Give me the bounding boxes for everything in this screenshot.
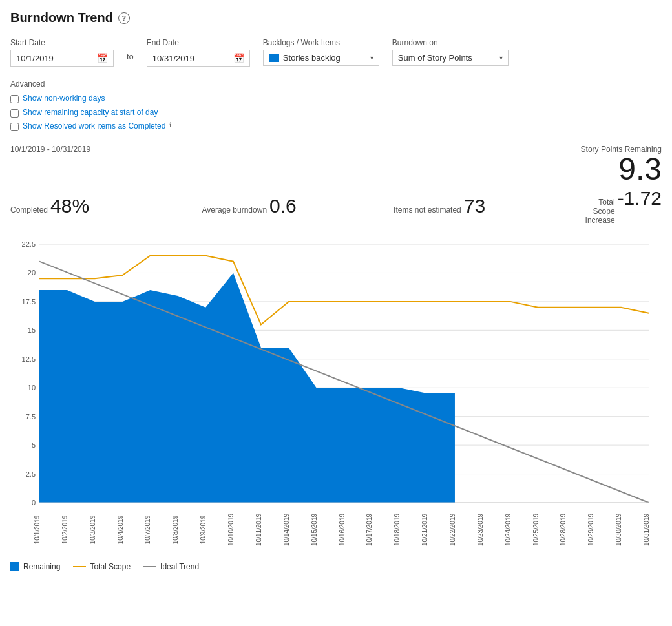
story-points-remaining-stat: Story Points Remaining 9.3 xyxy=(581,145,662,185)
resolved-items-info-icon[interactable]: ℹ xyxy=(169,121,172,129)
legend-total-scope-color xyxy=(73,566,86,567)
burndown-label: Burndown on xyxy=(392,38,509,47)
burndown-group: Burndown on Sum of Story Points ▾ xyxy=(392,38,509,66)
backlogs-label: Backlogs / Work Items xyxy=(263,38,379,47)
bottom-stats-row: Completed 48% Average burndown 0.6 Items… xyxy=(10,187,662,225)
total-scope-increase-label: Total Scope Increase xyxy=(585,198,615,225)
checkbox-remaining-capacity-input[interactable] xyxy=(10,109,19,118)
end-date-value: 10/31/2019 xyxy=(152,54,229,63)
advanced-label: Advanced xyxy=(10,79,172,89)
checkbox-resolved-items-input[interactable] xyxy=(10,123,19,131)
page-title-section: Burndown Trend ? xyxy=(10,10,662,25)
legend-remaining-label: Remaining xyxy=(23,562,60,571)
end-date-calendar-icon[interactable]: 📅 xyxy=(233,53,244,63)
checkbox-resolved-items: Show Resolved work items as Completed ℹ xyxy=(10,121,172,132)
legend-ideal-trend-label: Ideal Trend xyxy=(160,562,199,571)
legend-total-scope-label: Total Scope xyxy=(90,562,131,571)
start-date-group: Start Date 10/1/2019 📅 xyxy=(10,38,114,67)
items-not-estimated-stat: Items not estimated 73 xyxy=(394,195,585,217)
total-scope-increase-stat: Total Scope Increase -1.72 xyxy=(585,187,662,225)
completed-value: 48% xyxy=(50,195,89,217)
completed-label: Completed xyxy=(10,205,48,214)
backlogs-value: Stories backlog xyxy=(283,53,366,63)
completed-stat: Completed 48% xyxy=(10,195,202,217)
advanced-section: Advanced Show non-working days Show rema… xyxy=(10,79,172,132)
controls-row: Start Date 10/1/2019 📅 to End Date 10/31… xyxy=(10,38,662,132)
checkbox-non-working-days-label[interactable]: Show non-working days xyxy=(23,94,105,104)
burndown-value: Sum of Story Points xyxy=(398,53,496,63)
end-date-input[interactable]: 10/31/2019 📅 xyxy=(147,50,250,67)
burndown-dropdown[interactable]: Sum of Story Points ▾ xyxy=(392,50,509,66)
backlogs-icon xyxy=(269,54,279,62)
to-separator: to xyxy=(127,52,134,67)
start-date-calendar-icon[interactable]: 📅 xyxy=(97,53,108,63)
average-burndown-label: Average burndown xyxy=(202,205,268,214)
date-range-label: 10/1/2019 - 10/31/2019 xyxy=(10,145,90,154)
total-scope-increase-value: -1.72 xyxy=(618,187,662,209)
average-burndown-value: 0.6 xyxy=(269,195,297,217)
legend-ideal-trend: Ideal Trend xyxy=(143,562,199,571)
backlogs-group: Backlogs / Work Items Stories backlog ▾ xyxy=(263,38,379,66)
items-not-estimated-value: 73 xyxy=(464,195,485,217)
chart-legend: Remaining Total Scope Ideal Trend xyxy=(10,562,662,571)
page-title: Burndown Trend xyxy=(10,10,113,25)
backlogs-dropdown[interactable]: Stories backlog ▾ xyxy=(263,50,379,66)
checkbox-remaining-capacity: Show remaining capacity at start of day xyxy=(10,108,172,118)
end-date-label: End Date xyxy=(147,38,250,47)
checkbox-resolved-items-label[interactable]: Show Resolved work items as Completed xyxy=(23,121,165,132)
legend-ideal-trend-color xyxy=(143,566,156,567)
story-points-remaining-value: 9.3 xyxy=(581,154,662,185)
items-not-estimated-label: Items not estimated xyxy=(394,205,461,214)
checkbox-non-working-days-input[interactable] xyxy=(10,95,19,103)
start-date-input[interactable]: 10/1/2019 📅 xyxy=(10,50,114,67)
backlogs-chevron-icon: ▾ xyxy=(370,54,373,61)
legend-remaining-color xyxy=(10,562,19,571)
legend-remaining: Remaining xyxy=(10,562,60,571)
start-date-label: Start Date xyxy=(10,38,114,47)
end-date-group: End Date 10/31/2019 📅 xyxy=(147,38,250,67)
average-burndown-stat: Average burndown 0.6 xyxy=(202,195,394,217)
burndown-chart xyxy=(10,231,662,554)
checkbox-remaining-capacity-label[interactable]: Show remaining capacity at start of day xyxy=(23,108,158,118)
chart-section: 10/1/2019 - 10/31/2019 Story Points Rema… xyxy=(10,145,662,571)
legend-total-scope: Total Scope xyxy=(73,562,131,571)
checkbox-non-working-days: Show non-working days xyxy=(10,94,172,104)
burndown-chevron-icon: ▾ xyxy=(499,54,503,61)
help-icon[interactable]: ? xyxy=(118,12,130,24)
start-date-value: 10/1/2019 xyxy=(16,54,93,63)
